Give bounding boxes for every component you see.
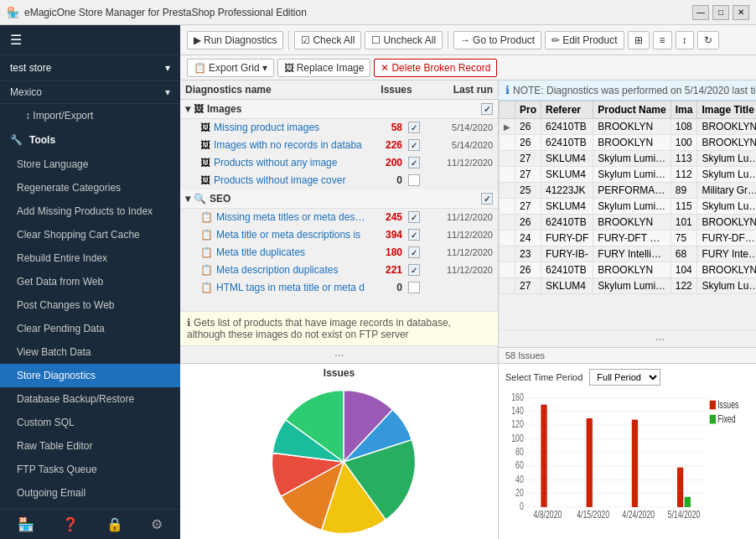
meta-title-dup-count: 180 — [369, 246, 402, 258]
close-button[interactable]: ✕ — [733, 5, 749, 20]
hamburger-icon[interactable]: ☰ — [10, 32, 22, 48]
sidebar-item-regenerate-categories[interactable]: Regenerate Categories — [0, 176, 180, 200]
sidebar-item-ftp-tasks[interactable]: FTP Tasks Queue — [0, 458, 180, 481]
replace-image-button[interactable]: 🖼 Replace Image — [277, 59, 371, 77]
table-row[interactable]: 26 62410TB BROOKLYN 100 BROOKLYN img/p/1… — [500, 135, 757, 151]
refresh-button[interactable]: ↻ — [697, 31, 719, 49]
bar-issues — [541, 405, 546, 507]
sidebar-item-store-diagnostics[interactable]: Store Diagnostics — [0, 364, 180, 387]
table-row[interactable]: 27 SKLUM4 Skylum Luminar 4 122 Skylum Lu… — [500, 278, 757, 294]
products-no-cover-check[interactable] — [408, 174, 420, 186]
meta-desc-dup-check[interactable]: ✓ — [408, 264, 420, 276]
html-tags-label[interactable]: HTML tags in meta title or meta d — [216, 282, 365, 293]
diag-row-images-no-records[interactable]: 🖼 Images with no records in databa 226 ✓… — [180, 137, 498, 154]
diag-row-missing-meta[interactable]: 📋 Missing meta titles or meta descri 245… — [180, 209, 498, 226]
meta-desc-dup-label[interactable]: Meta description duplicates — [216, 264, 365, 276]
sidebar-item-import-export[interactable]: ↕ Import/Export — [0, 104, 180, 127]
window-controls[interactable]: — □ ✕ — [692, 5, 749, 20]
table-row[interactable]: 25 41223JK PERFORMANCE 89 Military Green… — [500, 183, 757, 199]
maximize-button[interactable]: □ — [712, 5, 729, 20]
diag-row-meta-too-long[interactable]: 📋 Meta title or meta descriptions is 394… — [180, 226, 498, 244]
images-no-records-check[interactable]: ✓ — [408, 139, 420, 151]
diag-row-missing-product-images[interactable]: 🖼 Missing product images 58 ✓ 5/14/2020 — [180, 119, 498, 137]
seo-row-icon4: 📋 — [200, 264, 213, 276]
period-select[interactable]: Full Period Last Month Last Week — [589, 369, 660, 386]
products-no-cover-label[interactable]: Products without image cover — [214, 174, 365, 186]
help-icon[interactable]: ❓ — [62, 516, 79, 532]
settings-icon[interactable]: ⚙ — [151, 516, 163, 532]
col-image-title[interactable]: Image Title — [697, 101, 756, 119]
col-pro[interactable]: Pro — [515, 101, 541, 119]
table-row[interactable]: 27 SKLUM4 Skylum Luminar 4 112 Skylum Lu… — [500, 167, 757, 183]
diag-group-seo[interactable]: ▾ 🔍 SEO ✓ — [180, 189, 498, 209]
sidebar-store[interactable]: test store ▾ — [0, 55, 180, 81]
images-group-checkbox[interactable]: ✓ — [481, 103, 493, 115]
row-icon4: 🖼 — [200, 174, 210, 186]
sidebar-item-add-missing-products[interactable]: Add Missing Products to Index — [0, 200, 180, 223]
col-product-name[interactable]: Product Name — [593, 101, 671, 119]
sidebar-item-rebuild-index[interactable]: Rebuild Entire Index — [0, 246, 180, 270]
missing-meta-check[interactable]: ✓ — [408, 211, 420, 223]
col-referer[interactable]: Referer — [541, 101, 593, 119]
missing-product-images-label[interactable]: Missing product images — [214, 122, 365, 133]
table-row[interactable]: 26 62410TB BROOKLYN 104 BROOKLYN img/p/1… — [500, 262, 757, 278]
missing-product-images-count: 58 — [369, 122, 402, 133]
meta-title-dup-check[interactable]: ✓ — [408, 246, 420, 258]
sidebar-item-db-backup[interactable]: Database Backup/Restore — [0, 387, 180, 411]
columns-button[interactable]: ⊞ — [628, 31, 650, 49]
sidebar-item-outgoing-email[interactable]: Outgoing Email — [0, 481, 180, 505]
expand-icon: ▾ — [185, 103, 190, 115]
sort-button[interactable]: ↕ — [676, 31, 694, 49]
html-tags-check[interactable] — [408, 282, 420, 293]
edit-product-button[interactable]: ✏ Edit Product — [545, 31, 624, 49]
sidebar-item-clear-pending[interactable]: Clear Pending Data — [0, 317, 180, 340]
table-row[interactable]: 26 62410TB BROOKLYN 101 BROOKLYN img/p/1… — [500, 215, 757, 231]
store-footer-icon[interactable]: 🏪 — [18, 516, 34, 532]
diag-row-products-no-image[interactable]: 🖼 Products without any image 200 ✓ 11/12… — [180, 154, 498, 172]
export-grid-button[interactable]: 📋 Export Grid ▾ — [187, 59, 274, 77]
products-no-image-label[interactable]: Products without any image — [214, 157, 365, 168]
lock-icon[interactable]: 🔒 — [106, 516, 123, 532]
run-diagnostics-button[interactable]: ▶ Run Diagnostics — [187, 31, 283, 49]
diag-row-products-no-cover[interactable]: 🖼 Products without image cover 0 — [180, 172, 498, 189]
table-row[interactable]: ▶ 26 62410TB BROOKLYN 108 BROOKLYN img/p… — [500, 119, 757, 135]
seo-expand-icon: ▾ — [185, 193, 190, 205]
sidebar-item-raw-table-editor[interactable]: Raw Table Editor — [0, 434, 180, 458]
diag-group-images[interactable]: ▾ 🖼 Images ✓ — [180, 100, 498, 119]
sidebar-region[interactable]: Mexico ▾ — [0, 81, 180, 104]
sidebar-item-store-language[interactable]: Store Language — [0, 153, 180, 176]
table-row[interactable]: 23 FURY-IB- FURY IntelliBeam™ 68 FURY In… — [500, 246, 757, 262]
table-row[interactable]: 24 FURY-DF FURY-DFT Dual 75 FURY-DFT Dua… — [500, 231, 757, 246]
row-arrow — [500, 215, 515, 231]
diag-scroll[interactable]: ▾ 🖼 Images ✓ 🖼 Missing product images 58… — [180, 100, 498, 311]
missing-meta-label[interactable]: Missing meta titles or meta descri — [216, 211, 365, 223]
missing-product-images-check[interactable]: ✓ — [408, 122, 420, 133]
diag-row-meta-desc-dup[interactable]: 📋 Meta description duplicates 221 ✓ 11/1… — [180, 262, 498, 279]
minimize-button[interactable]: — — [692, 5, 709, 20]
table-row[interactable]: 27 SKLUM4 Skylum Luminar 4 113 Skylum Lu… — [500, 151, 757, 167]
seo-group-checkbox[interactable]: ✓ — [481, 193, 493, 205]
diag-row-meta-title-dup[interactable]: 📋 Meta title duplicates 180 ✓ 11/12/2020 — [180, 244, 498, 262]
check-all-button[interactable]: ☑ Check All — [294, 31, 361, 49]
sidebar-header: ☰ — [0, 25, 180, 55]
uncheck-icon: ☐ — [371, 34, 381, 46]
filter-button[interactable]: ≡ — [653, 31, 672, 49]
uncheck-all-button[interactable]: ☐ Uncheck All — [365, 31, 443, 49]
diag-row-html-tags[interactable]: 📋 HTML tags in meta title or meta d 0 — [180, 279, 498, 297]
sidebar-item-custom-sql[interactable]: Custom SQL — [0, 411, 180, 434]
go-to-product-button[interactable]: → Go to Product — [453, 31, 541, 49]
sidebar-item-post-changes-web[interactable]: Post Changes to Web — [0, 293, 180, 317]
sidebar-item-clear-cart-cache[interactable]: Clear Shopping Cart Cache — [0, 223, 180, 246]
columns-icon: ⊞ — [634, 34, 643, 46]
grid-table-wrap[interactable]: Pro Referer Product Name Ima Image Title… — [499, 101, 756, 329]
meta-too-long-label[interactable]: Meta title or meta descriptions is — [216, 229, 365, 241]
delete-record-button[interactable]: ✕ Delete Broken Record — [374, 59, 497, 77]
sidebar-item-view-batch[interactable]: View Batch Data — [0, 340, 180, 364]
sidebar-item-get-data-web[interactable]: Get Data from Web — [0, 270, 180, 293]
products-no-image-check[interactable]: ✓ — [408, 157, 420, 168]
images-no-records-label[interactable]: Images with no records in databa — [214, 139, 365, 151]
table-row[interactable]: 27 SKLUM4 Skylum Luminar 4 115 Skylum Lu… — [500, 199, 757, 215]
meta-too-long-check[interactable]: ✓ — [408, 229, 420, 241]
meta-title-dup-label[interactable]: Meta title duplicates — [216, 246, 365, 258]
col-ima[interactable]: Ima — [671, 101, 697, 119]
